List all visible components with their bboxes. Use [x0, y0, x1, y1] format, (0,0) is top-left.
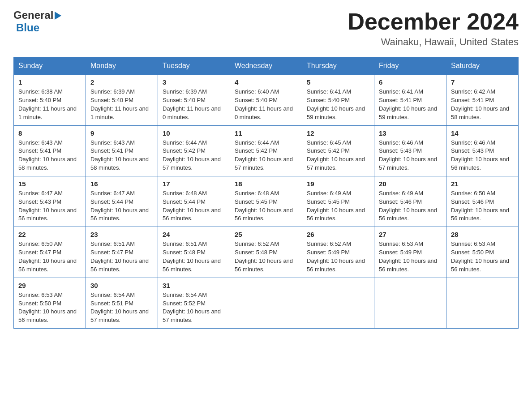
day-number: 7: [451, 78, 514, 86]
day-number: 19: [307, 180, 369, 188]
day-number: 4: [235, 78, 297, 86]
day-number: 14: [451, 129, 514, 137]
day-info: Sunrise: 6:46 AMSunset: 5:43 PMDaylight:…: [379, 139, 442, 172]
day-info: Sunrise: 6:53 AMSunset: 5:49 PMDaylight:…: [379, 240, 442, 274]
weekday-header-thursday: Thursday: [302, 57, 374, 75]
day-info: Sunrise: 6:50 AMSunset: 5:47 PMDaylight:…: [18, 240, 81, 274]
day-info: Sunrise: 6:51 AMSunset: 5:48 PMDaylight:…: [163, 240, 225, 274]
calendar-table: SundayMondayTuesdayWednesdayThursdayFrid…: [13, 57, 519, 329]
page-header: General Blue December 2024 Wainaku, Hawa…: [13, 9, 519, 48]
calendar-cell: [302, 278, 374, 328]
calendar-week-4: 22Sunrise: 6:50 AMSunset: 5:47 PMDayligh…: [14, 227, 519, 278]
day-info: Sunrise: 6:39 AMSunset: 5:40 PMDaylight:…: [163, 88, 225, 121]
day-info: Sunrise: 6:42 AMSunset: 5:41 PMDaylight:…: [451, 88, 514, 121]
calendar-cell: 29Sunrise: 6:53 AMSunset: 5:50 PMDayligh…: [14, 278, 86, 328]
calendar-cell: [374, 278, 446, 328]
calendar-cell: 26Sunrise: 6:52 AMSunset: 5:49 PMDayligh…: [302, 227, 374, 278]
day-info: Sunrise: 6:53 AMSunset: 5:50 PMDaylight:…: [451, 240, 514, 274]
day-info: Sunrise: 6:53 AMSunset: 5:50 PMDaylight:…: [18, 291, 81, 325]
calendar-cell: 15Sunrise: 6:47 AMSunset: 5:43 PMDayligh…: [14, 176, 86, 227]
day-number: 23: [90, 231, 153, 238]
calendar-cell: 11Sunrise: 6:44 AMSunset: 5:42 PMDayligh…: [230, 125, 302, 176]
day-number: 20: [379, 180, 442, 188]
day-number: 2: [90, 78, 153, 86]
calendar-cell: 23Sunrise: 6:51 AMSunset: 5:47 PMDayligh…: [86, 227, 158, 278]
calendar-cell: 31Sunrise: 6:54 AMSunset: 5:52 PMDayligh…: [158, 278, 230, 328]
day-info: Sunrise: 6:39 AMSunset: 5:40 PMDaylight:…: [90, 88, 153, 121]
calendar-cell: 1Sunrise: 6:38 AMSunset: 5:40 PMDaylight…: [14, 75, 86, 125]
day-number: 25: [235, 231, 297, 238]
calendar-cell: 24Sunrise: 6:51 AMSunset: 5:48 PMDayligh…: [158, 227, 230, 278]
day-number: 12: [307, 129, 369, 137]
day-info: Sunrise: 6:45 AMSunset: 5:42 PMDaylight:…: [307, 139, 369, 172]
day-info: Sunrise: 6:44 AMSunset: 5:42 PMDaylight:…: [235, 139, 297, 172]
day-number: 17: [163, 180, 225, 188]
calendar-cell: 25Sunrise: 6:52 AMSunset: 5:48 PMDayligh…: [230, 227, 302, 278]
day-info: Sunrise: 6:41 AMSunset: 5:41 PMDaylight:…: [379, 88, 442, 121]
day-number: 1: [18, 78, 81, 86]
day-number: 13: [379, 129, 442, 137]
day-info: Sunrise: 6:48 AMSunset: 5:45 PMDaylight:…: [235, 189, 297, 223]
day-number: 10: [163, 129, 225, 137]
calendar-cell: 2Sunrise: 6:39 AMSunset: 5:40 PMDaylight…: [86, 75, 158, 125]
day-number: 28: [451, 231, 514, 238]
day-number: 6: [379, 78, 442, 86]
day-info: Sunrise: 6:49 AMSunset: 5:46 PMDaylight:…: [379, 189, 442, 223]
day-info: Sunrise: 6:40 AMSunset: 5:40 PMDaylight:…: [235, 88, 297, 121]
day-number: 3: [163, 78, 225, 86]
calendar-cell: [230, 278, 302, 328]
calendar-cell: 13Sunrise: 6:46 AMSunset: 5:43 PMDayligh…: [374, 125, 446, 176]
day-number: 16: [90, 180, 153, 188]
day-info: Sunrise: 6:41 AMSunset: 5:40 PMDaylight:…: [307, 88, 369, 121]
day-number: 15: [18, 180, 81, 188]
day-number: 26: [307, 231, 369, 238]
location-title: Wainaku, Hawaii, United States: [348, 36, 519, 48]
weekday-header-tuesday: Tuesday: [158, 57, 230, 75]
calendar-cell: 30Sunrise: 6:54 AMSunset: 5:51 PMDayligh…: [86, 278, 158, 328]
day-number: 21: [451, 180, 514, 188]
day-info: Sunrise: 6:38 AMSunset: 5:40 PMDaylight:…: [18, 88, 81, 121]
day-number: 27: [379, 231, 442, 238]
calendar-cell: 22Sunrise: 6:50 AMSunset: 5:47 PMDayligh…: [14, 227, 86, 278]
calendar-cell: 4Sunrise: 6:40 AMSunset: 5:40 PMDaylight…: [230, 75, 302, 125]
calendar-cell: 17Sunrise: 6:48 AMSunset: 5:44 PMDayligh…: [158, 176, 230, 227]
calendar-cell: 3Sunrise: 6:39 AMSunset: 5:40 PMDaylight…: [158, 75, 230, 125]
calendar-cell: 14Sunrise: 6:46 AMSunset: 5:43 PMDayligh…: [446, 125, 519, 176]
day-info: Sunrise: 6:46 AMSunset: 5:43 PMDaylight:…: [451, 139, 514, 172]
day-number: 18: [235, 180, 297, 188]
calendar-week-2: 8Sunrise: 6:43 AMSunset: 5:41 PMDaylight…: [14, 125, 519, 176]
calendar-cell: 27Sunrise: 6:53 AMSunset: 5:49 PMDayligh…: [374, 227, 446, 278]
day-info: Sunrise: 6:54 AMSunset: 5:51 PMDaylight:…: [90, 291, 153, 325]
day-info: Sunrise: 6:49 AMSunset: 5:45 PMDaylight:…: [307, 189, 369, 223]
day-info: Sunrise: 6:51 AMSunset: 5:47 PMDaylight:…: [90, 240, 153, 274]
calendar-header-row: SundayMondayTuesdayWednesdayThursdayFrid…: [14, 57, 519, 75]
weekday-header-friday: Friday: [374, 57, 446, 75]
title-block: December 2024 Wainaku, Hawaii, United St…: [348, 9, 519, 48]
calendar-week-3: 15Sunrise: 6:47 AMSunset: 5:43 PMDayligh…: [14, 176, 519, 227]
calendar-cell: 21Sunrise: 6:50 AMSunset: 5:46 PMDayligh…: [446, 176, 519, 227]
weekday-header-monday: Monday: [86, 57, 158, 75]
calendar-cell: 12Sunrise: 6:45 AMSunset: 5:42 PMDayligh…: [302, 125, 374, 176]
day-info: Sunrise: 6:44 AMSunset: 5:42 PMDaylight:…: [163, 139, 225, 172]
calendar-week-1: 1Sunrise: 6:38 AMSunset: 5:40 PMDaylight…: [14, 75, 519, 125]
calendar-cell: 6Sunrise: 6:41 AMSunset: 5:41 PMDaylight…: [374, 75, 446, 125]
calendar-cell: 28Sunrise: 6:53 AMSunset: 5:50 PMDayligh…: [446, 227, 519, 278]
day-number: 9: [90, 129, 153, 137]
day-info: Sunrise: 6:50 AMSunset: 5:46 PMDaylight:…: [451, 189, 514, 223]
calendar-cell: 7Sunrise: 6:42 AMSunset: 5:41 PMDaylight…: [446, 75, 519, 125]
calendar-cell: 8Sunrise: 6:43 AMSunset: 5:41 PMDaylight…: [14, 125, 86, 176]
logo-general-text: General: [13, 9, 53, 21]
day-info: Sunrise: 6:54 AMSunset: 5:52 PMDaylight:…: [163, 291, 225, 325]
day-number: 31: [163, 282, 225, 289]
day-number: 30: [90, 282, 153, 289]
weekday-header-wednesday: Wednesday: [230, 57, 302, 75]
calendar-cell: [446, 278, 519, 328]
day-number: 8: [18, 129, 81, 137]
calendar-week-5: 29Sunrise: 6:53 AMSunset: 5:50 PMDayligh…: [14, 278, 519, 328]
day-number: 22: [18, 231, 81, 238]
month-title: December 2024: [348, 9, 519, 34]
day-info: Sunrise: 6:47 AMSunset: 5:43 PMDaylight:…: [18, 189, 81, 223]
weekday-header-saturday: Saturday: [446, 57, 519, 75]
day-info: Sunrise: 6:52 AMSunset: 5:49 PMDaylight:…: [307, 240, 369, 274]
day-number: 5: [307, 78, 369, 86]
